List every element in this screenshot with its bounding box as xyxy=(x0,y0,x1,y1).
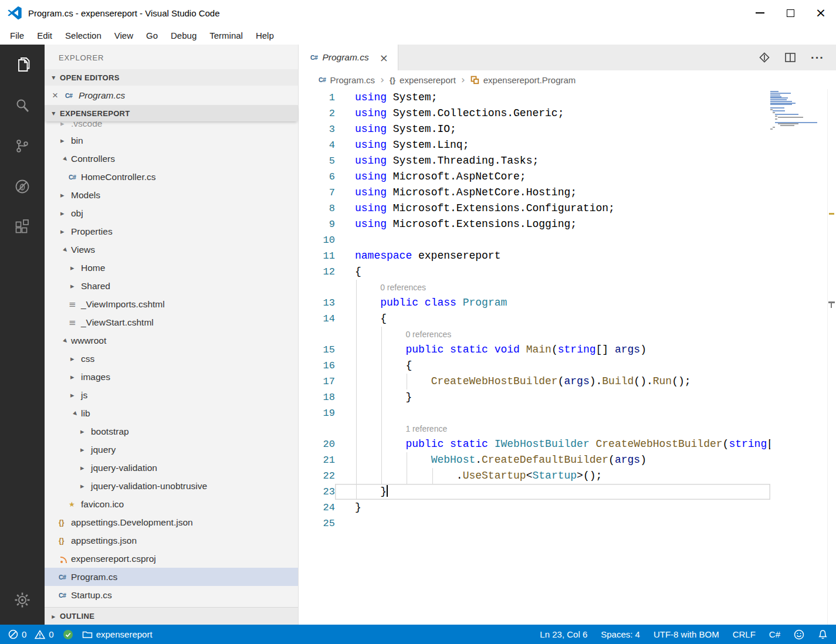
breadcrumb-file[interactable]: C# Program.cs xyxy=(319,75,375,85)
explorer-activity-button[interactable] xyxy=(0,45,45,85)
tree-item-_ViewStart.cshtml[interactable]: ≡_ViewStart.cshtml xyxy=(45,313,298,331)
cursor-position-status[interactable]: Ln 23, Col 6 xyxy=(540,629,587,639)
eol-status[interactable]: CRLF xyxy=(733,629,756,639)
tree-item-images[interactable]: ▸images xyxy=(45,368,298,386)
search-activity-button[interactable] xyxy=(0,85,45,126)
open-changes-icon[interactable] xyxy=(759,52,770,63)
tree-item-Home[interactable]: ▸Home xyxy=(45,259,298,277)
more-actions-icon[interactable]: ··· xyxy=(811,51,824,65)
tree-item-appsettings.json[interactable]: {}appsettings.json xyxy=(45,531,298,550)
open-editor-item[interactable]: × C# Program.cs xyxy=(45,86,298,105)
code-line-7[interactable]: 7using Microsoft.AspNetCore.Hosting; xyxy=(299,185,770,201)
tree-item-Properties[interactable]: ▸Properties xyxy=(45,222,298,240)
tree-item-bin[interactable]: ▸bin xyxy=(45,131,298,150)
tree-item-lib[interactable]: ▸lib xyxy=(45,404,298,422)
split-editor-icon[interactable] xyxy=(785,53,796,62)
menu-help[interactable]: Help xyxy=(249,28,280,43)
tree-item-bootstrap[interactable]: ▸bootstrap xyxy=(45,422,298,440)
breadcrumb-class[interactable]: expensereport.Program xyxy=(471,75,576,85)
tree-item-Models[interactable]: ▸Models xyxy=(45,186,298,204)
menu-file[interactable]: File xyxy=(4,28,31,43)
scrollbar[interactable] xyxy=(827,89,836,625)
folder-section-header[interactable]: ▾ EXPENSEREPORT xyxy=(45,105,298,121)
tree-item-wwwroot[interactable]: ▸wwwroot xyxy=(45,331,298,350)
open-editor-label: Program.cs xyxy=(79,90,125,101)
code-line-19[interactable]: 19 xyxy=(299,405,770,421)
menu-selection[interactable]: Selection xyxy=(59,28,108,43)
code-editor[interactable]: 1using System;2using System.Collections.… xyxy=(299,89,836,625)
code-line-1[interactable]: 1using System; xyxy=(299,90,770,106)
menu-terminal[interactable]: Terminal xyxy=(203,28,249,43)
outline-header[interactable]: ▸ OUTLINE xyxy=(45,607,298,625)
folder-name: expensereport xyxy=(96,629,153,639)
codelens-link[interactable]: 0 references xyxy=(299,327,770,342)
tree-item-Controllers[interactable]: ▸Controllers xyxy=(45,150,298,168)
close-icon[interactable]: × xyxy=(52,90,65,101)
code-line-22[interactable]: 22 .UseStartup<Startup>(); xyxy=(299,468,770,484)
tree-item-expensereport.csproj[interactable]: expensereport.csproj xyxy=(45,550,298,568)
code-line-21[interactable]: 21 WebHost.CreateDefaultBuilder(args) xyxy=(299,452,770,468)
tree-item-.vscode[interactable]: ▸.vscode xyxy=(45,121,298,131)
tree-item-Views[interactable]: ▸Views xyxy=(45,240,298,259)
code-line-15[interactable]: 15 public static void Main(string[] args… xyxy=(299,342,770,358)
tree-item-Shared[interactable]: ▸Shared xyxy=(45,277,298,295)
minimap[interactable] xyxy=(770,91,827,131)
code-line-8[interactable]: 8using Microsoft.Extensions.Configuratio… xyxy=(299,201,770,216)
close-window-button[interactable]: × xyxy=(805,0,836,26)
problems-status[interactable]: 0 0 xyxy=(8,629,54,639)
tab-program-cs[interactable]: C# Program.cs × xyxy=(299,45,398,70)
menu-debug[interactable]: Debug xyxy=(164,28,203,43)
folder-status[interactable]: expensereport xyxy=(82,629,153,639)
tree-item-Startup.cs[interactable]: C#Startup.cs xyxy=(45,586,298,604)
code-line-10[interactable]: 10 xyxy=(299,232,770,248)
tree-item-obj[interactable]: ▸obj xyxy=(45,204,298,222)
notifications-bell-icon[interactable] xyxy=(818,629,828,640)
feedback-smiley-icon[interactable] xyxy=(794,629,804,640)
open-editors-header[interactable]: ▾ OPEN EDITORS xyxy=(45,69,298,86)
tree-item-jquery-validation[interactable]: ▸jquery-validation xyxy=(45,459,298,477)
tree-item-appsettings.Development.json[interactable]: {}appsettings.Development.json xyxy=(45,513,298,531)
codelens-link[interactable]: 1 reference xyxy=(299,421,770,436)
language-status[interactable]: C# xyxy=(769,629,780,639)
tree-item-css[interactable]: ▸css xyxy=(45,350,298,368)
code-line-17[interactable]: 17 CreateWebHostBuilder(args).Build().Ru… xyxy=(299,374,770,389)
extension-status[interactable] xyxy=(63,629,73,640)
tree-item-jquery[interactable]: ▸jquery xyxy=(45,440,298,459)
settings-button[interactable] xyxy=(0,579,45,620)
debug-activity-button[interactable] xyxy=(0,166,45,206)
tree-item-_ViewImports.cshtml[interactable]: ≡_ViewImports.cshtml xyxy=(45,295,298,313)
menu-go[interactable]: Go xyxy=(140,28,164,43)
close-tab-icon[interactable]: × xyxy=(380,52,388,64)
tree-item-HomeController.cs[interactable]: C#HomeController.cs xyxy=(45,168,298,186)
code-line-4[interactable]: 4using System.Linq; xyxy=(299,137,770,153)
code-line-3[interactable]: 3using System.IO; xyxy=(299,121,770,137)
code-line-24[interactable]: 24} xyxy=(299,500,770,516)
menu-edit[interactable]: Edit xyxy=(31,28,59,43)
code-line-18[interactable]: 18 } xyxy=(299,389,770,405)
encoding-status[interactable]: UTF-8 with BOM xyxy=(654,629,719,639)
tree-item-favicon.ico[interactable]: ★favicon.ico xyxy=(45,495,298,513)
code-line-11[interactable]: 11namespace expensereport xyxy=(299,248,770,264)
code-line-25[interactable]: 25 xyxy=(299,516,770,531)
minimize-button[interactable] xyxy=(744,0,775,26)
tree-item-js[interactable]: ▸js xyxy=(45,386,298,404)
code-line-14[interactable]: 14 { xyxy=(299,311,770,327)
indentation-status[interactable]: Spaces: 4 xyxy=(601,629,640,639)
source-control-activity-button[interactable] xyxy=(0,126,45,166)
breadcrumb-namespace[interactable]: {} expensereport xyxy=(390,75,456,85)
code-line-9[interactable]: 9using Microsoft.Extensions.Logging; xyxy=(299,216,770,232)
codelens-link[interactable]: 0 references xyxy=(299,280,770,295)
code-line-13[interactable]: 13 public class Program xyxy=(299,295,770,311)
code-line-20[interactable]: 20 public static IWebHostBuilder CreateW… xyxy=(299,436,770,452)
code-line-6[interactable]: 6using Microsoft.AspNetCore; xyxy=(299,169,770,185)
code-line-16[interactable]: 16 { xyxy=(299,358,770,374)
tree-item-Program.cs[interactable]: C#Program.cs xyxy=(45,568,298,586)
tree-item-jquery-validation-unobtrusive[interactable]: ▸jquery-validation-unobtrusive xyxy=(45,477,298,495)
code-line-12[interactable]: 12{ xyxy=(299,264,770,280)
code-line-23[interactable]: 23 } xyxy=(299,484,770,500)
code-line-5[interactable]: 5using System.Threading.Tasks; xyxy=(299,153,770,169)
code-line-2[interactable]: 2using System.Collections.Generic; xyxy=(299,106,770,121)
menu-view[interactable]: View xyxy=(108,28,140,43)
extensions-activity-button[interactable] xyxy=(0,206,45,247)
maximize-button[interactable] xyxy=(775,0,805,26)
